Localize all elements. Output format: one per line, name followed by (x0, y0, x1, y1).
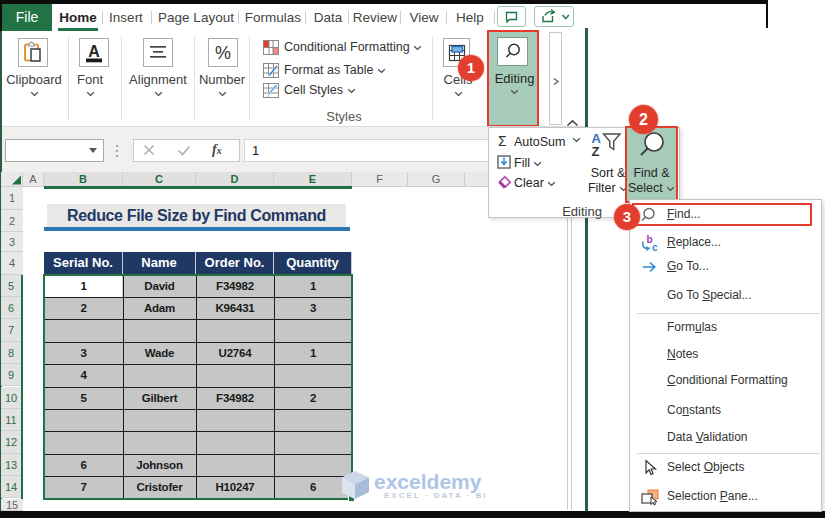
svg-text:c: c (652, 242, 658, 252)
svg-text:A: A (88, 42, 100, 59)
svg-text:Z: Z (592, 144, 600, 158)
svg-text:%: % (215, 42, 231, 62)
